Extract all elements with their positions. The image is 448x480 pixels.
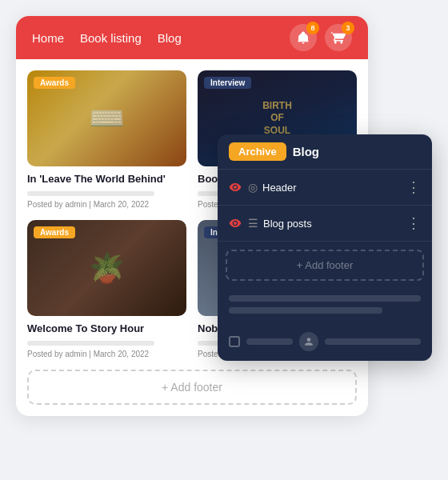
panel-header: Archive Blog: [218, 134, 432, 170]
panel-row-header-label: Header: [262, 182, 406, 194]
nav-book-listing[interactable]: Book listing: [80, 31, 142, 45]
bottom-skel-2: [325, 338, 421, 345]
panel-add-footer-label: + Add footer: [297, 259, 353, 271]
post-image-0: Awards ⌨️: [27, 70, 186, 166]
list-icon: ☰: [248, 217, 258, 230]
notifications-button[interactable]: 8: [290, 24, 317, 51]
add-footer-label: + Add footer: [162, 381, 222, 394]
post-item-2[interactable]: Awards 🪴 Welcome To Story Hour Posted by…: [27, 220, 186, 358]
skel-2: [229, 307, 382, 314]
panel-row-blogposts[interactable]: ☰ Blog posts ⋮: [218, 206, 432, 242]
ring-icon: ◎: [248, 181, 258, 194]
post-tag-0: Awards: [34, 77, 75, 89]
panel-tab-archive[interactable]: Archive: [229, 142, 286, 161]
panel-row-blogposts-menu[interactable]: ⋮: [406, 214, 421, 232]
panel-add-footer-button[interactable]: + Add footer: [226, 250, 424, 281]
post-meta-bar-2: [27, 341, 154, 346]
nav-bar: Home Book listing Blog 8 3: [16, 16, 368, 59]
panel-row-header-menu[interactable]: ⋮: [406, 178, 421, 196]
cart-badge: 3: [342, 22, 354, 34]
nav-icons: 8 3: [290, 24, 352, 51]
post-meta-0: Posted by admin | March 20, 2022: [27, 200, 186, 209]
bottom-avatar-icon: [299, 332, 318, 351]
post-meta-2: Posted by admin | March 20, 2022: [27, 350, 186, 358]
cart-button[interactable]: 3: [325, 24, 352, 51]
eye-icon-header: [229, 181, 242, 194]
eye-icon-blogposts: [229, 217, 242, 230]
nav-home[interactable]: Home: [32, 31, 64, 45]
post-item-0[interactable]: Awards ⌨️ In 'Leave The World Behind' Po…: [27, 70, 186, 209]
notification-badge: 8: [306, 22, 319, 34]
floating-panel: Archive Blog ◎ Header ⋮ ☰ Blog posts ⋮ +…: [218, 134, 432, 361]
panel-tab-blog[interactable]: Blog: [293, 145, 319, 158]
panel-row-header[interactable]: ◎ Header ⋮: [218, 170, 432, 206]
post-meta-bar-0: [27, 191, 154, 196]
panel-skeleton: [218, 289, 432, 326]
nav-blog[interactable]: Blog: [158, 31, 182, 45]
bottom-checkbox[interactable]: [229, 336, 240, 347]
page-wrapper: Home Book listing Blog 8 3 Awards: [16, 16, 432, 464]
post-tag-1: Interview: [204, 77, 251, 89]
post-image-2: Awards 🪴: [27, 220, 186, 316]
bottom-skel-1: [246, 338, 293, 345]
post-title-0: In 'Leave The World Behind': [27, 173, 186, 186]
post-title-2: Welcome To Story Hour: [27, 322, 186, 336]
skel-1: [229, 295, 421, 302]
post-tag-2: Awards: [34, 226, 75, 238]
add-footer-button[interactable]: + Add footer: [27, 370, 357, 405]
panel-bottom: [218, 326, 432, 361]
panel-row-blogposts-label: Blog posts: [263, 218, 406, 230]
